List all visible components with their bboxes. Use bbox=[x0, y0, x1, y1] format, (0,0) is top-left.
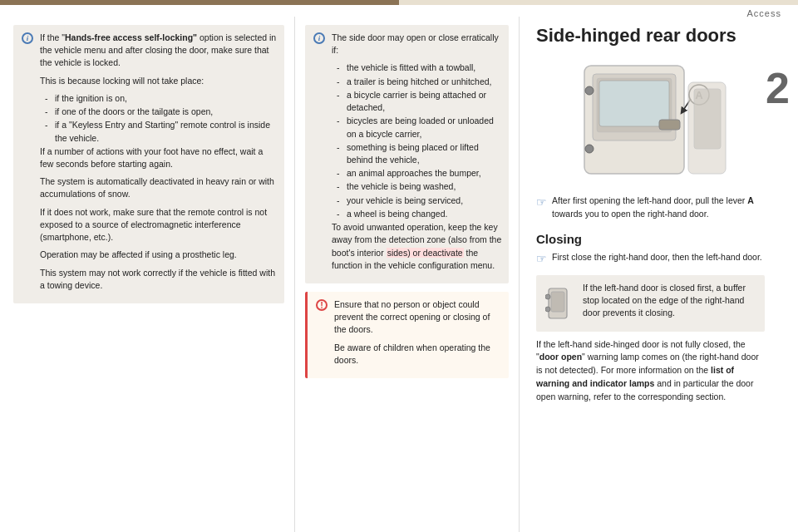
list-item: a trailer is being hitched or unhitched, bbox=[335, 76, 502, 88]
list-item: if one of the doors or the tailgate is o… bbox=[43, 106, 278, 118]
info-icon-left: i bbox=[20, 32, 35, 297]
middle-column: i The side door may open or close errati… bbox=[295, 17, 520, 532]
closing-title: Closing bbox=[536, 232, 765, 246]
main-content: i If the "Hands-free access self-locking… bbox=[0, 17, 798, 532]
mid-list: the vehicle is fitted with a towball, a … bbox=[332, 62, 502, 220]
i-icon: i bbox=[22, 32, 33, 44]
svg-rect-11 bbox=[694, 89, 721, 149]
highlight-sides: sides) or deactivate bbox=[387, 248, 464, 258]
svg-rect-13 bbox=[551, 292, 564, 312]
list-item: the vehicle is fitted with a towball, bbox=[335, 62, 502, 74]
warning-text-2: Be aware of children when operating the … bbox=[334, 342, 502, 367]
svg-point-15 bbox=[545, 307, 550, 312]
left-info-content: If the "Hands-free access self-locking" … bbox=[40, 32, 278, 297]
arrow-bullet-1: ☞ bbox=[536, 195, 547, 209]
top-bar-accent bbox=[0, 0, 399, 5]
left-para-6: Operation may be affected if using a pro… bbox=[40, 249, 278, 261]
mid-info-box: i The side door may open or close errati… bbox=[305, 25, 509, 283]
top-bar bbox=[0, 0, 798, 5]
list-item: the vehicle is being washed, bbox=[335, 180, 502, 193]
instruction-1-text: After first opening the left-hand door, … bbox=[552, 195, 765, 219]
list-item: bicycles are being loaded or unloaded on… bbox=[335, 115, 502, 140]
svg-point-6 bbox=[585, 145, 594, 153]
svg-rect-3 bbox=[599, 81, 669, 126]
warning-icon: ! bbox=[314, 298, 329, 372]
arrow-bullet-2: ☞ bbox=[536, 252, 547, 265]
left-para-7: This system may not work correctly if th… bbox=[40, 267, 278, 292]
warning-content: Ensure that no person or object could pr… bbox=[334, 298, 502, 372]
left-para-3: If a number of actions with your foot ha… bbox=[40, 145, 278, 170]
left-info-box: i If the "Hands-free access self-locking… bbox=[13, 25, 284, 303]
warning-text-1: Ensure that no person or object could pr… bbox=[334, 298, 502, 337]
list-item: a wheel is being changed. bbox=[335, 208, 502, 220]
footer-paragraph: If the left-hand side-hinged door is not… bbox=[536, 338, 765, 404]
section-title: Side-hinged rear doors bbox=[536, 25, 765, 47]
i-icon-mid: i bbox=[313, 32, 325, 44]
list-item: an animal approaches the bumper, bbox=[335, 167, 502, 180]
svg-point-5 bbox=[585, 86, 594, 95]
small-door-icon bbox=[545, 284, 574, 322]
left-para-4: The system is automatically deactivated … bbox=[40, 175, 278, 200]
svg-point-14 bbox=[545, 294, 550, 299]
left-list: if the ignition is on, if one of the doo… bbox=[40, 92, 278, 145]
left-column: i If the "Hands-free access self-locking… bbox=[0, 17, 295, 532]
small-info-content: If the left-hand door is closed first, a… bbox=[583, 282, 758, 325]
list-item: if the ignition is on, bbox=[43, 92, 278, 105]
instruction-1-block: ☞ After first opening the left-hand door… bbox=[536, 195, 765, 224]
mid-footer: To avoid unwanted operation, keep the ke… bbox=[332, 221, 502, 272]
left-para-1: If the "Hands-free access self-locking" … bbox=[40, 32, 278, 70]
small-icon-area bbox=[543, 282, 576, 325]
exclaim-icon: ! bbox=[316, 299, 328, 311]
mid-info-content: The side door may open or close erratica… bbox=[332, 32, 502, 277]
instruction-closing-block: ☞ First close the right-hand door, then … bbox=[536, 251, 765, 268]
small-info-text: If the left-hand door is closed first, a… bbox=[583, 282, 758, 320]
door-illustration: A bbox=[536, 55, 765, 188]
left-para-5: If it does not work, make sure that the … bbox=[40, 206, 278, 244]
door-svg: A bbox=[568, 57, 734, 186]
list-item: your vehicle is being serviced, bbox=[335, 195, 502, 207]
svg-rect-4 bbox=[659, 120, 680, 130]
info-icon-mid: i bbox=[312, 32, 327, 277]
mid-intro: The side door may open or close erratica… bbox=[332, 32, 502, 57]
list-item: if a "Keyless Entry and Starting" remote… bbox=[43, 119, 278, 144]
warning-box: ! Ensure that no person or object could … bbox=[305, 292, 509, 378]
instruction-closing-text: First close the right-hand door, then th… bbox=[552, 251, 762, 264]
right-column: Side-hinged rear doors A bbox=[520, 17, 798, 532]
list-item: something is being placed or lifted behi… bbox=[335, 141, 502, 166]
list-item: a bicycle carrier is being attached or d… bbox=[335, 89, 502, 114]
small-info-box: If the left-hand door is closed first, a… bbox=[536, 275, 765, 332]
left-para-2: This is because locking will not take pl… bbox=[40, 75, 278, 87]
